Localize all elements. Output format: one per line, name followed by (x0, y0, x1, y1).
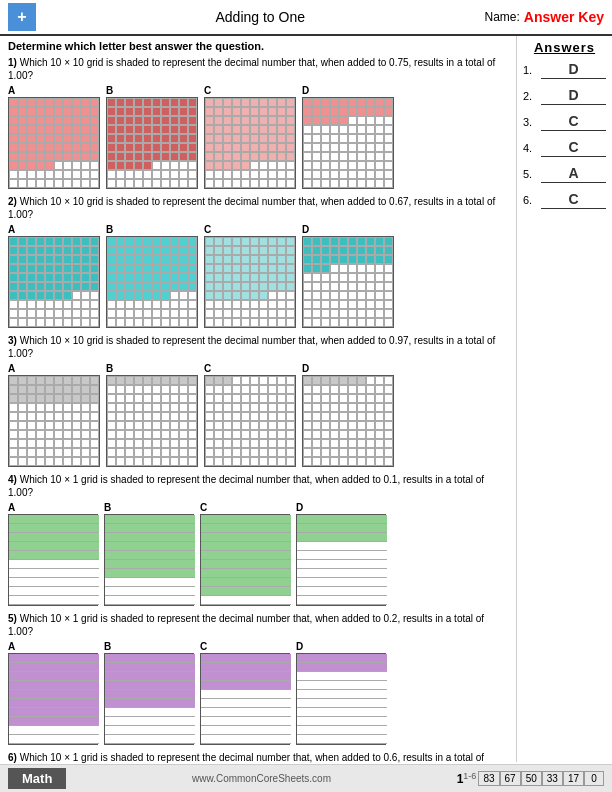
grid-bar (105, 560, 195, 569)
grid-cell (27, 309, 36, 318)
grid-cell (90, 143, 99, 152)
grid-cell (27, 439, 36, 448)
grid-cell (241, 125, 250, 134)
grid-cell (152, 421, 161, 430)
grid-cell (116, 98, 125, 107)
grid-cell (223, 134, 232, 143)
grid-cell (366, 237, 375, 246)
grid-cell (384, 264, 393, 273)
grid-cell (232, 152, 241, 161)
grid-cell (125, 376, 134, 385)
grid-cell (9, 394, 18, 403)
grid-cell (125, 273, 134, 282)
grid-cell (134, 152, 143, 161)
grid-bar (297, 726, 387, 735)
grid-cell (312, 439, 321, 448)
grid-cell (179, 403, 188, 412)
grid-cell (312, 421, 321, 430)
grid-cell (107, 98, 116, 107)
grid-cell (250, 385, 259, 394)
grid-cell (81, 255, 90, 264)
grid-cell (161, 439, 170, 448)
grid-bar (105, 726, 195, 735)
grid-cell (125, 161, 134, 170)
grid-cell (277, 421, 286, 430)
grid-bar (201, 708, 291, 717)
grid-cell (18, 273, 27, 282)
stat-50: 50 (521, 771, 542, 786)
grid-bar (9, 672, 99, 681)
grid-cell (250, 116, 259, 125)
grid-cell (241, 439, 250, 448)
grid-cell (36, 237, 45, 246)
grid-cell (250, 143, 259, 152)
grid-cell (179, 152, 188, 161)
grid-cell (81, 98, 90, 107)
grid-cell (223, 457, 232, 466)
grid-cell (312, 255, 321, 264)
grid-cell (339, 309, 348, 318)
grid-cell (286, 273, 295, 282)
grid-cell (116, 264, 125, 273)
grid-cell (241, 273, 250, 282)
grid-cell (384, 394, 393, 403)
grid-cell (90, 421, 99, 430)
grid-cell (384, 143, 393, 152)
grid-cell (312, 143, 321, 152)
grid-cell (90, 430, 99, 439)
grid-bar (201, 663, 291, 672)
grid-cell (63, 161, 72, 170)
grid-cell (321, 179, 330, 188)
grid-cell (312, 134, 321, 143)
grid-cell (384, 152, 393, 161)
grid-cell (366, 448, 375, 457)
grid-cell (223, 385, 232, 394)
grid-cell (152, 98, 161, 107)
grid-cell (250, 255, 259, 264)
grid-cell (312, 376, 321, 385)
grid-cell (116, 116, 125, 125)
grid-cell (179, 394, 188, 403)
grid-cell (277, 237, 286, 246)
grid-cell (179, 179, 188, 188)
grid-cell (259, 273, 268, 282)
grid-cell (9, 282, 18, 291)
grid-bar (201, 681, 291, 690)
grid-cell (312, 403, 321, 412)
grid-cell (366, 98, 375, 107)
grid-cell (152, 237, 161, 246)
grid-cell (116, 161, 125, 170)
grid-cell (259, 300, 268, 309)
grid-cell (357, 255, 366, 264)
grid-cell (152, 264, 161, 273)
grid-bar (105, 735, 195, 744)
grid-cell (223, 394, 232, 403)
grid-cell (27, 457, 36, 466)
grid-cell (143, 152, 152, 161)
grid-cell (277, 430, 286, 439)
grid-cell (375, 134, 384, 143)
grid-cell (81, 134, 90, 143)
grid-cell (170, 237, 179, 246)
grid-cell (223, 273, 232, 282)
grid-cell (9, 152, 18, 161)
grid-cell (232, 291, 241, 300)
grid-cell (366, 376, 375, 385)
grid-bar (201, 551, 291, 560)
grid-cell (330, 291, 339, 300)
grid-cell (152, 439, 161, 448)
grid-cell (375, 430, 384, 439)
grid-cell (54, 246, 63, 255)
grid-cell (384, 170, 393, 179)
grid-cell (161, 318, 170, 327)
q5-grids: A B C D (8, 641, 508, 745)
grid-cell (170, 309, 179, 318)
grid-bar (9, 560, 99, 569)
grid-cell (72, 300, 81, 309)
grid-cell (214, 116, 223, 125)
grid-bar (105, 690, 195, 699)
grid-cell (125, 291, 134, 300)
grid-cell (277, 300, 286, 309)
grid-cell (116, 143, 125, 152)
grid-cell (18, 246, 27, 255)
